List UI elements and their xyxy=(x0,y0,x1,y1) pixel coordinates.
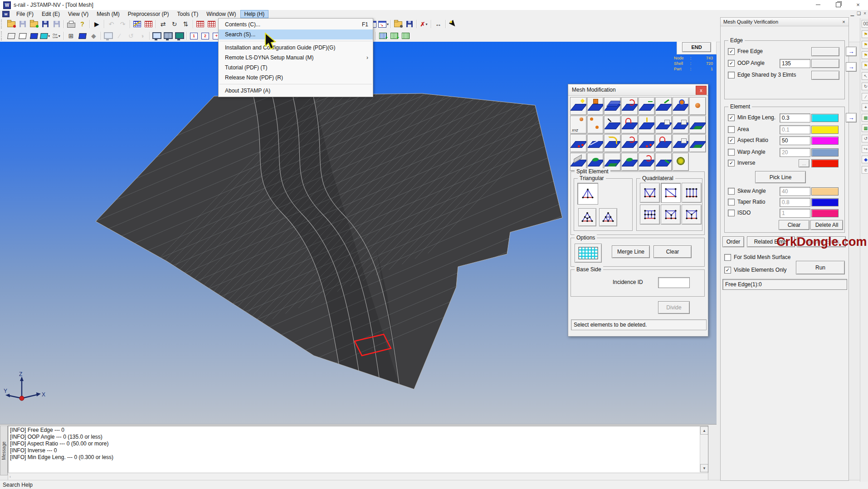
merge-line-button[interactable]: Merge Line xyxy=(612,245,650,258)
run-solver-button[interactable]: ▶ xyxy=(91,19,102,29)
divide-button[interactable]: Divide xyxy=(658,301,690,314)
help-menu-item-0[interactable]: Contents (C)...F1 xyxy=(219,20,373,29)
flag-yellow-2-icon[interactable]: ⚑ xyxy=(862,41,868,49)
flip-element-tool-button[interactable] xyxy=(655,134,672,152)
panel-close-icon[interactable]: × xyxy=(840,19,847,25)
order-button[interactable]: Order xyxy=(722,236,744,247)
min-edge-leng-field[interactable]: 0.3 xyxy=(780,113,810,122)
split-quad-grid-button[interactable] xyxy=(640,205,660,225)
exit-icon[interactable]: ↪ xyxy=(862,145,868,153)
mesh-check-blue-button[interactable] xyxy=(132,19,143,29)
edge-shared-color-button[interactable] xyxy=(811,71,839,80)
checkbox-checked[interactable]: ✓ xyxy=(728,48,735,55)
checkbox-unchecked[interactable] xyxy=(724,254,731,261)
rotate-node-button[interactable]: ↻ xyxy=(169,19,180,29)
sync-view-button[interactable]: ↺ xyxy=(125,31,137,41)
vfc-view-button[interactable]: ∕ xyxy=(114,31,125,41)
save-button[interactable] xyxy=(51,19,62,29)
menu-preprocessor[interactable]: Preprocessor (P) xyxy=(124,10,173,18)
oo-counter-icon[interactable]: 00 xyxy=(862,20,868,28)
dialog-close-icon[interactable]: x xyxy=(696,86,707,95)
plus-icon[interactable]: + xyxy=(862,103,868,111)
split-quad-v-button[interactable] xyxy=(640,183,660,203)
menu-window[interactable]: Window (W) xyxy=(202,10,240,18)
fillet-curve-tool-button[interactable] xyxy=(604,134,621,152)
monitor-plain-button[interactable] xyxy=(151,31,162,41)
mdi-close-button[interactable]: × xyxy=(863,11,866,16)
menu-help[interactable]: Help (H) xyxy=(240,10,269,18)
mesh-density-button[interactable] xyxy=(575,244,602,263)
split-triangular-2-button[interactable] xyxy=(577,183,598,205)
isdo-field[interactable]: 1 xyxy=(780,209,810,218)
clear-quality-button[interactable]: Clear xyxy=(779,220,809,230)
node-tool-button[interactable] xyxy=(689,97,706,115)
scroll-left-icon[interactable]: ‹ xyxy=(10,474,11,479)
checkbox-checked[interactable]: ✓ xyxy=(728,114,735,121)
mesh-quality-panel-title[interactable]: Mesh Quality Verification × xyxy=(721,18,848,26)
split-arrow-tool-button[interactable] xyxy=(570,134,587,152)
translate-node-button[interactable]: ⇄ xyxy=(157,19,169,29)
window-2-button[interactable]: 2 xyxy=(200,31,211,41)
rotate-element-tool-button[interactable] xyxy=(621,97,638,115)
reverse-curve-tool-button[interactable] xyxy=(639,153,655,171)
run-button[interactable]: Run xyxy=(796,261,845,274)
delete-all-button[interactable]: Delete All xyxy=(810,220,843,230)
separate-element-tool-button[interactable] xyxy=(639,134,655,152)
element-to-solid-tool-button[interactable] xyxy=(673,116,689,134)
message-tab[interactable]: Message xyxy=(0,425,8,475)
split-quad-3col-button[interactable] xyxy=(682,183,702,203)
mdi-child-icon[interactable]: M xyxy=(2,11,10,17)
open-session-button[interactable] xyxy=(392,19,404,29)
checkbox-unchecked[interactable] xyxy=(728,149,735,156)
view-hiddenline-button[interactable] xyxy=(17,31,28,41)
delete-node-tool-button[interactable] xyxy=(604,116,621,134)
help-menu-item-4[interactable]: Remote LS-DYNA Setup Manual (M)› xyxy=(219,53,373,63)
checkbox-checked[interactable]: ✓ xyxy=(728,60,735,67)
help-menu-item-6[interactable]: Release Note (PDF) (R) xyxy=(219,73,373,83)
help-menu-item-5[interactable]: Tutorial (PDF) (T) xyxy=(219,63,373,73)
help-menu-item-1[interactable]: Search (S)... xyxy=(219,29,373,39)
rotate-icon[interactable]: ↻ xyxy=(862,83,868,90)
node-xyz-tool-button[interactable]: XYZ xyxy=(570,116,587,134)
close-button[interactable]: × xyxy=(848,0,868,10)
node-between-tool-button[interactable] xyxy=(587,116,604,134)
inverse-browse-button[interactable]: ... xyxy=(799,159,809,167)
menu-view[interactable]: View (V) xyxy=(64,10,93,18)
mesh-number-button[interactable] xyxy=(400,31,411,41)
help-menu-item-3[interactable]: Installation and Configuration Guide (PD… xyxy=(219,43,373,53)
diamond-blue-icon[interactable]: ◆ xyxy=(862,156,868,163)
mdi-restore-button[interactable]: ❏ xyxy=(857,11,861,16)
scroll-down-icon[interactable]: ▼ xyxy=(700,464,708,472)
redo-button[interactable]: ↷ xyxy=(117,19,128,29)
taper-ratio-field[interactable]: 0.8 xyxy=(780,198,810,207)
save-jstamp-button[interactable] xyxy=(39,19,51,29)
split-quad-center-button[interactable] xyxy=(661,205,681,225)
minimize-button[interactable] xyxy=(808,0,828,10)
mesh-modification-title-bar[interactable]: Mesh Modification x xyxy=(568,84,708,96)
anchor-icon[interactable]: e xyxy=(862,166,868,174)
save-session-button[interactable] xyxy=(404,19,415,29)
view-outline-button[interactable]: OutLine▾ xyxy=(51,31,62,41)
project-element-tool-button[interactable] xyxy=(689,116,706,134)
delete-entity-button[interactable]: ✗▾ xyxy=(418,19,429,29)
quad-view-button[interactable]: ⊞ xyxy=(65,31,77,41)
refresh-icon[interactable]: ↺ xyxy=(862,135,868,142)
checkbox-unchecked[interactable] xyxy=(728,72,735,78)
flag-yellow-3-icon[interactable]: ⚑ xyxy=(862,51,868,59)
incidence-id-field[interactable] xyxy=(658,277,690,288)
copy-element-tool-button[interactable] xyxy=(604,97,621,115)
drag-element-tool-button[interactable] xyxy=(621,134,638,152)
sketch-view-button[interactable]: ◆ xyxy=(88,31,99,41)
monitor-teal-button[interactable] xyxy=(174,31,185,41)
pin-element-tool-button[interactable] xyxy=(639,116,655,134)
min-edge-leng-color-swatch[interactable] xyxy=(811,114,839,122)
node-chain-tool-button[interactable] xyxy=(655,97,672,115)
element-tool-2-button[interactable] xyxy=(206,19,217,29)
node-to-solid-tool-button[interactable] xyxy=(655,116,672,134)
clear-options-button[interactable]: Clear xyxy=(653,245,692,258)
grid-green-1-icon[interactable]: ▦ xyxy=(862,114,868,122)
shaded-cube-button[interactable] xyxy=(77,31,88,41)
pick-line-button[interactable]: Pick Line xyxy=(755,171,806,183)
element-tool-1-button[interactable] xyxy=(195,19,206,29)
element-on-node-tool-button[interactable] xyxy=(587,97,604,115)
